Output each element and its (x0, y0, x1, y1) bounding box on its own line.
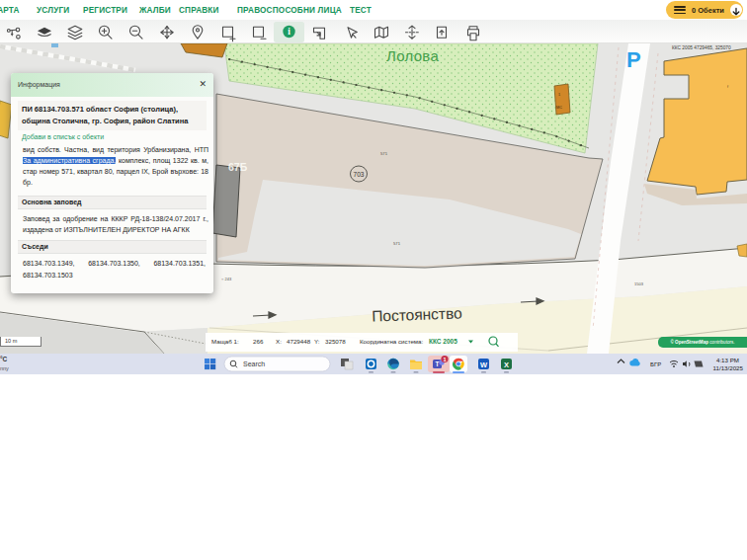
svg-text:nny: nny (0, 365, 9, 371)
svg-text:T: T (436, 360, 440, 367)
svg-text:Y:: Y: (314, 338, 320, 345)
svg-text:°C: °C (0, 356, 8, 362)
svg-text:1: 1 (558, 93, 560, 97)
svg-text:4729448: 4729448 (287, 338, 311, 345)
svg-text:Координатна система:: Координатна система: (360, 338, 424, 345)
svg-text:ККС 2005: ККС 2005 (429, 338, 457, 345)
svg-text:67Б: 67Б (228, 161, 248, 173)
svg-text:1: 1 (443, 357, 446, 362)
svg-text:703: 703 (354, 171, 365, 178)
svg-text:БГР: БГР (650, 361, 661, 367)
svg-text:Р: Р (626, 47, 641, 72)
svg-text:266: 266 (253, 338, 264, 345)
svg-text:571: 571 (380, 151, 388, 156)
svg-text:○ 243: ○ 243 (221, 277, 232, 281)
svg-text:ККС 2005 4729465, 325070: ККС 2005 4729465, 325070 (672, 45, 731, 50)
svg-text:X:: X: (276, 338, 282, 345)
svg-text:325078: 325078 (325, 338, 346, 345)
svg-text:X: X (504, 360, 509, 369)
svg-text:Search: Search (243, 360, 265, 367)
svg-text:i: i (288, 27, 290, 37)
svg-text:11/13/2025: 11/13/2025 (712, 364, 743, 371)
svg-text:1503: 1503 (634, 281, 644, 286)
svg-text:4:13 PM: 4:13 PM (716, 357, 739, 363)
svg-text:571: 571 (393, 241, 401, 246)
svg-text:МС: МС (556, 106, 562, 110)
svg-text:W: W (480, 360, 488, 369)
svg-text:Лолова: Лолова (386, 47, 439, 64)
svg-text:Постоянство: Постоянство (372, 304, 462, 324)
svg-text:Мащаб 1:: Мащаб 1: (211, 338, 239, 345)
